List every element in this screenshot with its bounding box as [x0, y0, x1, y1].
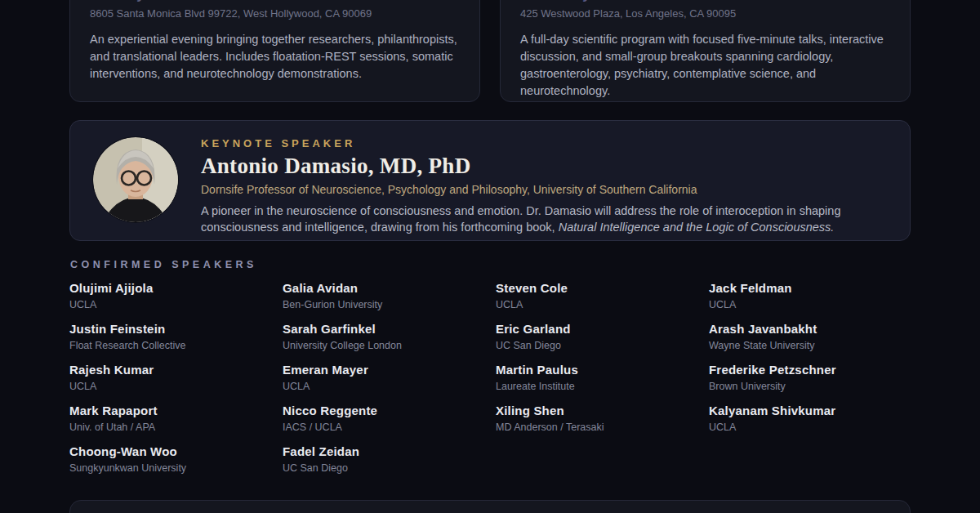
speaker-name: Arash Javanbakht	[709, 322, 911, 337]
confirmed-speakers-heading: CONFIRMED SPEAKERS	[70, 259, 257, 270]
speaker-name: Nicco Reggente	[283, 404, 484, 418]
speaker-name: Eric Garland	[496, 322, 697, 337]
speaker-item: Kalyanam Shivkumar UCLA	[709, 404, 911, 434]
speaker-affiliation: Sungkyunkwan University	[69, 462, 271, 475]
keynote-card: KEYNOTE SPEAKER Antonio Damasio, MD, PhD…	[69, 120, 911, 241]
speaker-item: Sarah Garfinkel University College Londo…	[283, 322, 484, 352]
avatar	[93, 137, 178, 222]
speaker-name: Jack Feldman	[709, 281, 911, 296]
speaker-affiliation: UC San Diego	[283, 462, 484, 475]
speaker-affiliation: UCLA	[283, 381, 484, 393]
speaker-affiliation: Univ. of Utah / APA	[69, 422, 271, 434]
speaker-affiliation: Laureate Institute	[496, 381, 697, 393]
speaker-name: Olujimi Ajijola	[69, 281, 271, 296]
event-page: { "events": [ { "venue": "Unlikely Colla…	[0, 0, 980, 513]
speaker-name: Frederike Petzschner	[709, 363, 911, 377]
venue-link-ucla-luskin[interactable]: UCLA Meyer & Renee Luskin Conference Cen…	[520, 0, 890, 4]
speaker-affiliation: UCLA	[709, 422, 911, 434]
speaker-affiliation: Float Research Collective	[69, 340, 271, 352]
speaker-affiliation: IACS / UCLA	[283, 422, 484, 434]
event-address: 8605 Santa Monica Blvd 99722, West Holly…	[90, 7, 460, 20]
speaker-name: Emeran Mayer	[283, 363, 484, 377]
speaker-item: Choong-Wan Woo Sungkyunkwan University	[69, 444, 271, 475]
speaker-name: Rajesh Kumar	[69, 363, 271, 377]
speaker-affiliation: UCLA	[69, 299, 271, 311]
keynote-text-block: KEYNOTE SPEAKER Antonio Damasio, MD, PhD…	[201, 137, 885, 235]
speaker-affiliation: Brown University	[709, 381, 911, 393]
bio-book-title: Natural Intelligence and the Logic of Co…	[559, 221, 835, 234]
speaker-affiliation: UCLA	[496, 299, 697, 311]
speaker-name: Justin Feinstein	[69, 322, 271, 337]
speaker-item: Jack Feldman UCLA	[709, 281, 911, 311]
speaker-item: Martin Paulus Laureate Institute	[496, 363, 697, 393]
speaker-affiliation: Ben-Gurion University	[283, 299, 484, 311]
speaker-column-2: Galia Avidan Ben-Gurion University Sarah…	[283, 281, 484, 485]
event-card-scientific-program: UCLA Meyer & Renee Luskin Conference Cen…	[500, 0, 911, 102]
speaker-column-4: Jack Feldman UCLA Arash Javanbakht Wayne…	[709, 281, 911, 485]
venue-link-unlikely-collaborators[interactable]: Unlikely Collaborators	[90, 0, 460, 4]
speaker-affiliation: Wayne State University	[709, 340, 911, 352]
speaker-item: Arash Javanbakht Wayne State University	[709, 322, 911, 352]
speaker-item: Frederike Petzschner Brown University	[709, 363, 911, 393]
keynote-speaker-bio: A pioneer in the neuroscience of conscio…	[201, 203, 885, 235]
speaker-column-1: Olujimi Ajijola UCLA Justin Feinstein Fl…	[69, 281, 271, 485]
speaker-item: Emeran Mayer UCLA	[283, 363, 484, 393]
speakers-grid: Olujimi Ajijola UCLA Justin Feinstein Fl…	[69, 281, 911, 485]
keynote-speaker-name: Antonio Damasio, MD, PhD	[201, 154, 885, 178]
event-card-reception: Unlikely Collaborators 8605 Santa Monica…	[69, 0, 480, 102]
speaker-item: Justin Feinstein Float Research Collecti…	[69, 322, 271, 352]
speaker-item: Fadel Zeidan UC San Diego	[283, 444, 484, 475]
speaker-name: Fadel Zeidan	[283, 444, 484, 459]
speaker-affiliation: UCLA	[69, 381, 271, 393]
keynote-speaker-title: Dornsife Professor of Neuroscience, Psyc…	[201, 183, 885, 196]
event-address: 425 Westwood Plaza, Los Angeles, CA 9009…	[520, 7, 890, 20]
speaker-name: Xiling Shen	[496, 404, 697, 418]
speaker-affiliation: UC San Diego	[496, 340, 697, 352]
event-description: A full-day scientific program with focus…	[520, 31, 890, 100]
speaker-item: Mark Rapaport Univ. of Utah / APA	[69, 404, 271, 434]
speaker-item: Olujimi Ajijola UCLA	[69, 281, 271, 311]
keynote-speaker-label: KEYNOTE SPEAKER	[201, 137, 885, 149]
speaker-item: Galia Avidan Ben-Gurion University	[283, 281, 484, 311]
speaker-affiliation: MD Anderson / Terasaki	[496, 422, 697, 434]
speaker-name: Sarah Garfinkel	[283, 322, 484, 337]
speaker-affiliation: University College London	[283, 340, 484, 352]
speaker-item: Xiling Shen MD Anderson / Terasaki	[496, 404, 697, 434]
speaker-name: Choong-Wan Woo	[69, 444, 271, 459]
speaker-item: Eric Garland UC San Diego	[496, 322, 697, 352]
speaker-item: Nicco Reggente IACS / UCLA	[283, 404, 484, 434]
speaker-name: Steven Cole	[496, 281, 697, 296]
next-section-card-stub	[69, 500, 911, 513]
speaker-item: Steven Cole UCLA	[496, 281, 697, 311]
speaker-name: Kalyanam Shivkumar	[709, 404, 911, 418]
event-description: An experiential evening bringing togethe…	[90, 31, 460, 83]
speaker-affiliation: UCLA	[709, 299, 911, 311]
keynote-portrait-image	[93, 137, 178, 222]
speaker-name: Mark Rapaport	[69, 404, 271, 418]
speaker-column-3: Steven Cole UCLA Eric Garland UC San Die…	[496, 281, 697, 485]
speaker-name: Galia Avidan	[283, 281, 484, 296]
speaker-name: Martin Paulus	[496, 363, 697, 377]
speaker-item: Rajesh Kumar UCLA	[69, 363, 271, 393]
